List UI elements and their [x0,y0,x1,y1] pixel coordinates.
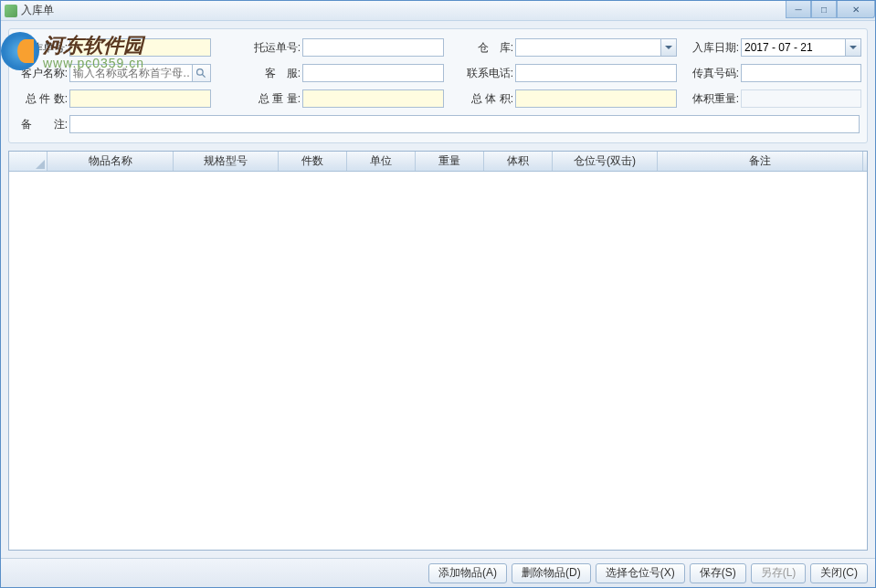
titlebar: 入库单 ─ □ ✕ [1,1,875,21]
delete-item-button[interactable]: 删除物品(D) [512,563,591,583]
form-row-1: 工作单号: 托运单号: 仓 库: 入库日期: [16,38,860,57]
total-volume-input[interactable] [515,89,677,108]
table-column-header[interactable]: 物品名称 [47,152,174,171]
form-row-2: 客户名称: 客 服: 联系电话: 传真号码: [16,64,860,82]
vol-weight-label: 体积重量: [688,91,741,107]
customer-label: 客户名称: [16,66,69,81]
table-body[interactable] [9,172,867,550]
save-as-button[interactable]: 另存(L) [751,563,807,583]
table-column-header[interactable]: 仓位号(双击) [553,152,658,171]
table-column-header[interactable]: 体积 [484,152,553,171]
svg-line-1 [202,74,205,77]
warehouse-label: 仓 库: [462,40,515,56]
total-weight-input[interactable] [302,89,444,108]
phone-input[interactable] [515,64,677,82]
close-button[interactable]: ✕ [837,1,875,18]
remark-input[interactable] [69,115,860,133]
date-dropdown-icon[interactable] [846,38,861,57]
fax-input[interactable] [741,64,861,82]
customer-search-icon[interactable] [193,64,211,82]
warehouse-select[interactable] [515,38,661,57]
form-panel: 工作单号: 托运单号: 仓 库: 入库日期: [8,28,868,143]
maximize-button[interactable]: □ [811,1,837,18]
content-area: 河东软件园 www.pc0359.cn 工作单号: 托运单号: 仓 库: [1,21,875,587]
save-button[interactable]: 保存(S) [690,563,746,583]
items-table: 物品名称规格型号件数单位重量体积仓位号(双击)备注 [8,151,868,551]
total-qty-input[interactable] [69,89,211,108]
vol-weight-input [741,89,861,108]
table-column-header[interactable]: 规格型号 [174,152,279,171]
total-qty-label: 总 件 数: [16,91,69,107]
row-selector-header[interactable] [9,152,47,171]
add-item-button[interactable]: 添加物品(A) [428,563,507,583]
fax-label: 传真号码: [688,66,741,81]
table-column-header[interactable]: 件数 [279,152,347,171]
customer-input[interactable] [69,64,193,82]
work-order-input[interactable] [69,38,211,57]
table-header: 物品名称规格型号件数单位重量体积仓位号(双击)备注 [9,152,867,172]
service-input[interactable] [302,64,444,82]
phone-label: 联系电话: [462,66,515,81]
service-label: 客 服: [249,66,302,81]
table-column-header[interactable]: 备注 [658,152,863,171]
main-window: 入库单 ─ □ ✕ 河东软件园 www.pc0359.cn 工作单号: 托运单号 [0,0,876,588]
table-column-header[interactable]: 单位 [347,152,416,171]
button-bar: 添加物品(A) 删除物品(D) 选择仓位号(X) 保存(S) 另存(L) 关闭(… [1,558,875,587]
table-column-header[interactable]: 重量 [416,152,484,171]
remark-label: 备 注: [16,117,69,132]
window-title: 入库单 [21,3,54,18]
date-label: 入库日期: [688,40,741,56]
select-slot-button[interactable]: 选择仓位号(X) [596,563,685,583]
minimize-button[interactable]: ─ [786,1,811,18]
app-icon [5,5,17,17]
consign-label: 托运单号: [249,40,302,56]
warehouse-dropdown-icon[interactable] [661,38,677,57]
svg-point-0 [197,68,204,75]
form-row-3: 总 件 数: 总 重 量: 总 体 积: 体积重量: [16,89,860,108]
window-controls: ─ □ ✕ [786,1,875,18]
form-row-4: 备 注: [16,115,860,133]
work-order-label: 工作单号: [16,40,69,56]
total-weight-label: 总 重 量: [249,91,302,107]
close-action-button[interactable]: 关闭(C) [810,563,868,583]
total-volume-label: 总 体 积: [462,91,515,107]
date-input[interactable] [741,38,846,57]
consign-input[interactable] [302,38,444,57]
